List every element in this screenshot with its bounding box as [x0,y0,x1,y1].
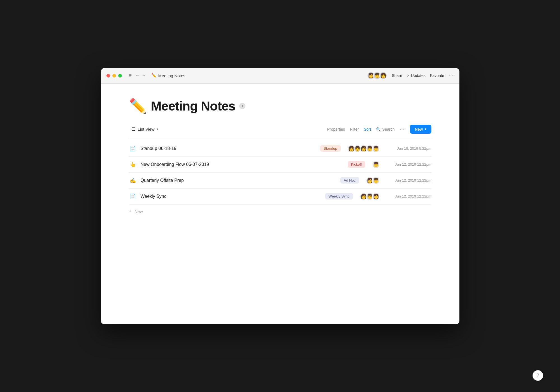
titlebar-page-title: Meeting Notes [158,73,185,78]
row-title: Quarterly Offsite Prep [141,178,340,183]
tag-adhoc[interactable]: Ad Hoc [340,177,359,184]
row-date: Jun 12, 2019 12:22pm [387,194,431,198]
properties-button[interactable]: Properties [327,127,345,132]
new-row-label: New [134,209,143,214]
row-avatar-group: 👨 [372,161,380,168]
avatar: 👩 [372,193,380,200]
row-right: Standup 👩 👨 👩 👨 👨 Jun 18, 2019 5:22pm [320,145,431,152]
titlebar-left: ≡ ← → ✏️ Meeting Notes [106,73,185,78]
page-emoji: ✏️ [129,98,147,115]
row-title: Weekly Sync [141,194,325,199]
search-label: Search [382,127,394,132]
tag-weekly-sync[interactable]: Weekly Sync [325,193,353,199]
row-avatar-group: 👩 👨 👩 [360,193,380,200]
list-view-button[interactable]: ☰ List View ▾ [129,125,161,133]
help-button[interactable]: ? [533,370,543,381]
list-view-label: List View [138,127,155,132]
toolbar-right: Properties Filter Sort 🔍 Search ··· New … [327,125,431,134]
tag-standup[interactable]: Standup [320,145,340,152]
app-window: ≡ ← → ✏️ Meeting Notes 👩 👨 👩 Share ✓ Upd… [101,68,459,324]
chevron-down-icon: ▾ [157,127,158,131]
items-table: 📄 Standup 06-18-19 Standup 👩 👨 👩 👨 👨 Jun… [129,141,431,218]
table-row[interactable]: 📄 Weekly Sync Weekly Sync 👩 👨 👩 Jun 12, … [129,189,431,205]
avatar: 👩 [379,72,387,79]
fullscreen-button[interactable] [118,74,122,78]
row-avatar-group: 👩 👨 👩 👨 👨 [347,145,380,152]
avatar: 👨 [372,145,380,152]
avatar: 👨 [372,161,380,168]
tag-kickoff[interactable]: Kickoff [348,161,365,168]
titlebar-more-button[interactable]: ··· [449,73,454,79]
table-row[interactable]: 👆 New Onboarding Flow 06-07-2019 Kickoff… [129,157,431,173]
toolbar-more-button[interactable]: ··· [400,126,405,132]
new-button-label: New [415,127,423,132]
sort-button[interactable]: Sort [364,127,371,132]
avatar: 👨 [372,177,380,184]
forward-arrow-icon[interactable]: → [142,73,146,78]
row-date: Jun 12, 2019 12:22pm [387,162,431,166]
plus-icon: + [129,208,132,214]
list-view-icon: ☰ [132,126,136,132]
row-right: Weekly Sync 👩 👨 👩 Jun 12, 2019 12:22pm [325,193,431,200]
row-right: Kickoff 👨 Jun 12, 2019 12:22pm [348,161,431,168]
row-doc-icon: 📄 [129,145,137,152]
table-row[interactable]: 📄 Standup 06-18-19 Standup 👩 👨 👩 👨 👨 Jun… [129,141,431,157]
row-pointing-icon: 👆 [129,161,137,168]
back-arrow-icon[interactable]: ← [136,73,140,78]
titlebar: ≡ ← → ✏️ Meeting Notes 👩 👨 👩 Share ✓ Upd… [101,68,459,84]
row-doc-icon: 📄 [129,193,137,199]
titlebar-avatar-group: 👩 👨 👩 [367,72,387,79]
row-title: Standup 06-18-19 [141,146,320,151]
new-button[interactable]: New ▾ [410,125,431,134]
titlebar-page-emoji: ✏️ [151,73,157,78]
close-button[interactable] [106,74,110,78]
minimize-button[interactable] [112,74,116,78]
traffic-lights [106,74,122,78]
row-title: New Onboarding Flow 06-07-2019 [141,162,348,167]
check-icon: ✓ [407,74,410,78]
main-content: ✏️ Meeting Notes i ☰ List View ▾ Propert… [101,84,459,324]
titlebar-right: 👩 👨 👩 Share ✓ Updates Favorite ··· [367,72,454,79]
favorite-button[interactable]: Favorite [430,73,444,78]
search-icon: 🔍 [376,127,381,132]
row-date: Jun 12, 2019 12:22pm [387,178,431,182]
share-button[interactable]: Share [392,73,402,78]
search-button[interactable]: 🔍 Search [376,127,394,132]
titlebar-title: ✏️ Meeting Notes [151,73,185,78]
row-avatar-group: 👩 👨 [366,177,380,184]
row-right: Ad Hoc 👩 👨 Jun 12, 2019 12:22pm [340,177,431,184]
page-title-row: ✏️ Meeting Notes i [129,98,431,115]
filter-button[interactable]: Filter [350,127,359,132]
chevron-down-icon: ▾ [425,127,426,131]
updates-button[interactable]: ✓ Updates [407,73,426,78]
add-new-row-button[interactable]: + New [129,205,431,218]
toolbar: ☰ List View ▾ Properties Filter Sort 🔍 S… [129,125,431,138]
info-icon[interactable]: i [239,103,245,109]
row-date: Jun 18, 2019 5:22pm [387,146,431,151]
hamburger-icon[interactable]: ≡ [129,73,132,78]
row-writing-icon: ✍️ [129,177,137,184]
table-row[interactable]: ✍️ Quarterly Offsite Prep Ad Hoc 👩 👨 Jun… [129,173,431,189]
page-title: Meeting Notes [151,98,235,114]
nav-arrows: ← → [136,73,146,78]
